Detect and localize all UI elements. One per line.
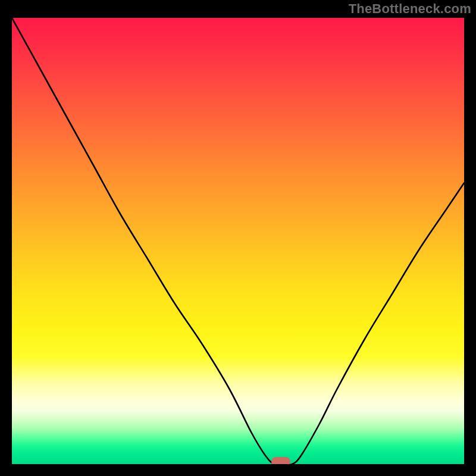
watermark-text: TheBottleneck.com: [349, 1, 471, 17]
chart-frame: TheBottleneck.com: [0, 0, 476, 476]
bottleneck-curve: [12, 18, 464, 464]
plot-area: [12, 18, 464, 464]
optimal-marker: [271, 457, 290, 464]
